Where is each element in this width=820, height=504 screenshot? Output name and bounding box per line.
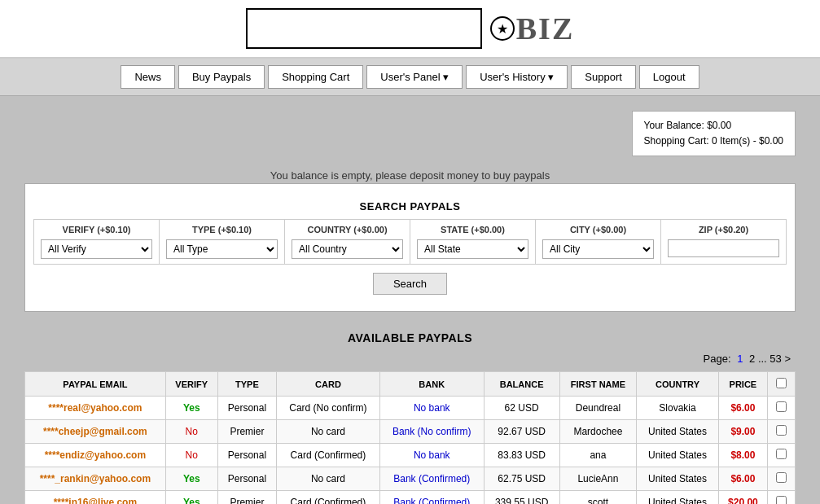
verify-value: No	[186, 449, 198, 461]
email-link[interactable]: ****in16@live.com	[54, 497, 137, 504]
cell-verify: Yes	[165, 467, 217, 491]
nav-users-panel[interactable]: User's Panel ▾	[366, 65, 463, 89]
nav-logout[interactable]: Logout	[639, 65, 699, 89]
cell-balance: 62.75 USD	[484, 467, 559, 491]
verify-value: No	[186, 426, 198, 437]
cell-type: Personal	[217, 397, 277, 420]
nav-users-history[interactable]: User's History ▾	[466, 65, 568, 89]
filter-state: STATE (+$0.00) All State	[410, 220, 536, 264]
row-checkbox[interactable]	[776, 472, 787, 483]
bank-link[interactable]: Bank (Confirmed)	[393, 473, 470, 484]
table-row: ****real@yahoo.com Yes Personal Card (No…	[25, 397, 796, 420]
price-value: $8.00	[730, 449, 755, 461]
main-content: Your Balance: $0.00 Shopping Cart: 0 Ite…	[0, 96, 820, 504]
select-all-checkbox[interactable]	[776, 378, 787, 388]
state-select[interactable]: All State	[417, 239, 528, 259]
cell-firstname: ana	[559, 444, 637, 467]
cell-checkbox	[768, 467, 796, 491]
table-row: ****cheejp@gmail.com No Premier No card …	[25, 420, 796, 444]
filter-zip-label: ZIP (+$0.20)	[668, 225, 779, 234]
logo-input-box	[246, 8, 482, 49]
nav-buy-paypals[interactable]: Buy Paypals	[178, 65, 265, 89]
col-card: CARD	[277, 372, 380, 397]
balance-line2: Shopping Cart: 0 Item(s) - $0.00	[644, 134, 783, 149]
cell-price: $6.00	[718, 397, 767, 420]
col-email: PAYPAL EMAIL	[25, 372, 166, 397]
cell-country: United States	[637, 444, 718, 467]
bank-link[interactable]: Bank (No confirm)	[392, 426, 471, 437]
filter-verify: VERIFY (+$0.10) All Verify	[34, 220, 160, 264]
row-checkbox[interactable]	[776, 425, 787, 436]
nav-news[interactable]: News	[121, 65, 175, 89]
filter-city-label: CITY (+$0.00)	[542, 225, 654, 234]
filter-state-label: STATE (+$0.00)	[417, 225, 528, 234]
row-checkbox[interactable]	[776, 449, 787, 459]
page-current[interactable]: 1	[737, 353, 743, 365]
verify-select[interactable]: All Verify	[41, 239, 152, 259]
zip-input[interactable]	[668, 239, 779, 257]
cell-country: United States	[637, 420, 718, 444]
cell-balance: 92.67 USD	[484, 420, 559, 444]
filter-city: CITY (+$0.00) All City	[536, 220, 661, 264]
bank-link[interactable]: Bank (Confirmed)	[393, 497, 470, 504]
col-price: PRICE	[718, 372, 767, 397]
cell-country: Slovakia	[637, 397, 718, 420]
cell-firstname: LucieAnn	[559, 467, 637, 491]
email-link[interactable]: ****endiz@yahoo.com	[45, 449, 146, 461]
filter-country: COUNTRY (+$0.00) All Country	[285, 220, 410, 264]
bank-link[interactable]: No bank	[414, 449, 450, 461]
balance-line1: Your Balance: $0.00	[644, 118, 783, 134]
filter-type: TYPE (+$0.10) All Type	[160, 220, 285, 264]
star-icon: ★	[490, 16, 515, 41]
type-select[interactable]: All Type	[166, 239, 278, 259]
col-bank: BANK	[379, 372, 484, 397]
header: ★ BIZ	[0, 0, 820, 59]
nav-support[interactable]: Support	[571, 65, 636, 89]
email-link[interactable]: ****_rankin@yahoo.com	[40, 473, 151, 484]
cell-card: No card	[277, 420, 380, 444]
country-select[interactable]: All Country	[292, 239, 403, 259]
cell-firstname: scott	[559, 491, 637, 504]
cell-price: $6.00	[718, 467, 767, 491]
filter-country-label: COUNTRY (+$0.00)	[292, 225, 403, 234]
row-checkbox[interactable]	[776, 496, 787, 504]
filter-zip: ZIP (+$0.20)	[661, 220, 786, 264]
email-link[interactable]: ****real@yahoo.com	[48, 402, 142, 414]
cell-balance: 83.83 USD	[484, 444, 559, 467]
logo-text: BIZ	[516, 11, 574, 46]
cell-card: Card (Confirmed)	[277, 491, 380, 504]
page-more[interactable]: 2 ... 53 >	[749, 353, 791, 365]
cell-type: Personal	[217, 467, 277, 491]
cell-verify: No	[165, 420, 217, 444]
col-country: COUNTRY	[637, 372, 718, 397]
cell-type: Personal	[217, 444, 277, 467]
cell-balance: 62 USD	[484, 397, 559, 420]
email-link[interactable]: ****cheejp@gmail.com	[43, 426, 147, 437]
search-button[interactable]: Search	[373, 273, 447, 295]
cell-email: ****real@yahoo.com	[25, 397, 166, 420]
cell-email: ****cheejp@gmail.com	[25, 420, 166, 444]
cell-card: Card (No confirm)	[277, 397, 380, 420]
cell-price: $8.00	[718, 444, 767, 467]
row-checkbox[interactable]	[776, 401, 787, 412]
cell-type: Premier	[217, 491, 277, 504]
search-title: SEARCH PAYPALS	[33, 197, 787, 219]
filter-type-label: TYPE (+$0.10)	[166, 225, 278, 234]
verify-value: Yes	[183, 473, 200, 484]
col-type: TYPE	[217, 372, 277, 397]
table-row: ****in16@live.com Yes Premier Card (Conf…	[25, 491, 796, 504]
cell-bank: Bank (No confirm)	[379, 420, 484, 444]
city-select[interactable]: All City	[542, 239, 654, 259]
cell-bank: No bank	[379, 397, 484, 420]
cell-verify: No	[165, 444, 217, 467]
search-btn-row: Search	[33, 273, 787, 295]
table-header-row: PAYPAL EMAIL VERIFY TYPE CARD BANK BALAN…	[25, 372, 796, 397]
cell-card: Card (Confirmed)	[277, 444, 380, 467]
table-row: ****_rankin@yahoo.com Yes Personal No ca…	[25, 467, 796, 491]
bank-link[interactable]: No bank	[414, 402, 450, 414]
empty-balance-message: You balance is empty, please deposit mon…	[24, 163, 796, 183]
nav-shopping-cart[interactable]: Shopping Cart	[268, 65, 363, 89]
available-title: AVAILABLE PAYPALS	[24, 325, 796, 349]
price-value: $6.00	[730, 473, 755, 484]
logo-biz: ★ BIZ	[490, 11, 574, 46]
